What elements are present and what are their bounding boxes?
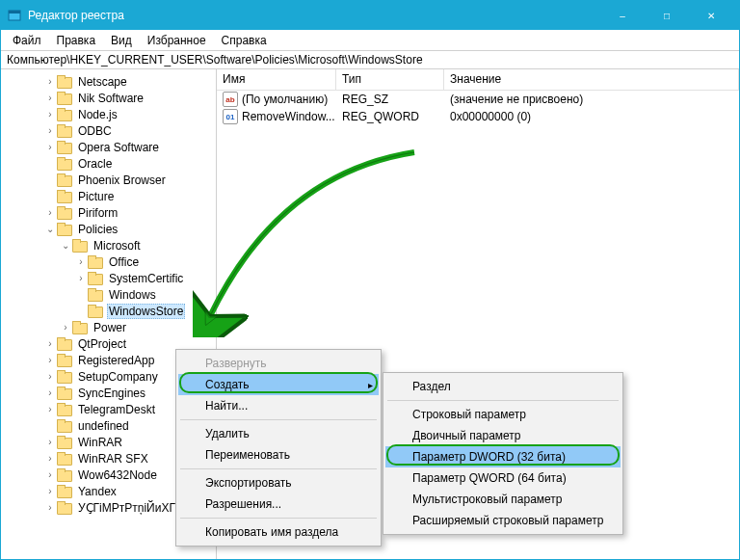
chevron-right-icon[interactable]: › xyxy=(43,387,57,398)
tree-item[interactable]: ›Nik Software xyxy=(5,90,216,106)
chevron-right-icon[interactable]: › xyxy=(43,404,57,414)
tree-item[interactable]: ⌄Microsoft xyxy=(5,237,216,253)
chevron-right-icon[interactable]: › xyxy=(74,256,88,267)
tree-item-label: WinRAR xyxy=(76,436,124,449)
tree-item-label: QtProject xyxy=(76,337,128,351)
tree-item[interactable]: ›Picture xyxy=(5,188,216,204)
chevron-right-icon[interactable]: › xyxy=(43,469,57,480)
chevron-right-icon[interactable]: › xyxy=(74,273,88,283)
maximize-button[interactable]: □ xyxy=(645,1,689,30)
tree-item-label: Oracle xyxy=(76,157,114,171)
titlebar[interactable]: Редактор реестра – □ ✕ xyxy=(1,1,739,30)
minimize-button[interactable]: – xyxy=(600,1,645,30)
tree-item-label: Netscape xyxy=(76,75,129,89)
folder-icon xyxy=(57,337,72,351)
context-menu-item[interactable]: Копировать имя раздела xyxy=(178,521,379,543)
tree-item[interactable]: ⌄Policies xyxy=(5,221,216,237)
context-menu-item[interactable]: Разрешения... xyxy=(178,493,379,515)
chevron-right-icon[interactable]: › xyxy=(43,453,57,464)
tree-item-label: SystemCertific xyxy=(107,272,185,285)
chevron-right-icon[interactable]: › xyxy=(43,355,57,365)
menu-edit[interactable]: Правка xyxy=(49,32,104,49)
tree-item-label: SetupCompany xyxy=(76,370,160,384)
tree-item[interactable]: ›WindowsStore xyxy=(5,303,216,319)
menu-separator xyxy=(180,419,377,420)
folder-icon xyxy=(57,223,72,236)
chevron-right-icon[interactable]: › xyxy=(43,338,57,349)
menubar: Файл Правка Вид Избранное Справка xyxy=(1,30,739,50)
create-submenu-item[interactable]: Строковый параметр xyxy=(385,404,621,425)
folder-icon xyxy=(57,419,72,433)
menu-fav[interactable]: Избранное xyxy=(140,32,214,49)
folder-icon xyxy=(57,124,72,138)
menu-help[interactable]: Справка xyxy=(214,32,275,49)
tree-item-label: Power xyxy=(92,321,128,334)
folder-icon xyxy=(57,108,72,121)
chevron-right-icon[interactable]: › xyxy=(43,502,57,513)
chevron-right-icon[interactable]: › xyxy=(43,76,57,87)
menu-file[interactable]: Файл xyxy=(5,32,49,49)
chevron-right-icon[interactable]: › xyxy=(43,371,57,382)
binary-value-icon: 01 xyxy=(223,109,238,124)
context-menu-item[interactable]: Экспортировать xyxy=(178,472,379,493)
create-submenu-item[interactable]: Мультистроковый параметр xyxy=(385,489,621,510)
tree-item-label: WindowsStore xyxy=(107,304,185,319)
menu-view[interactable]: Вид xyxy=(103,32,140,49)
tree-item-label: TelegramDeskt xyxy=(76,403,157,416)
tree-item[interactable]: ›SystemCertific xyxy=(5,270,216,286)
tree-item[interactable]: ›Windows xyxy=(5,286,216,303)
address-text: Компьютер\HKEY_CURRENT_USER\Software\Pol… xyxy=(7,53,423,67)
string-value-icon: ab xyxy=(223,92,238,107)
context-menu-item[interactable]: Найти... xyxy=(178,395,379,416)
tree-item-label: Wow6432Node xyxy=(76,468,159,482)
tree-item-label: SyncEngines xyxy=(76,387,147,400)
create-submenu-item[interactable]: Раздел xyxy=(385,376,621,397)
list-header[interactable]: Имя Тип Значение xyxy=(217,69,739,91)
chevron-right-icon[interactable]: › xyxy=(43,93,57,103)
chevron-right-icon[interactable]: › xyxy=(43,109,57,120)
folder-icon xyxy=(57,387,72,400)
address-bar[interactable]: Компьютер\HKEY_CURRENT_USER\Software\Pol… xyxy=(1,50,739,69)
chevron-right-icon[interactable]: › xyxy=(43,437,57,447)
chevron-down-icon[interactable]: ⌄ xyxy=(59,240,72,251)
list-row[interactable]: ab(По умолчанию)REG_SZ(значение не присв… xyxy=(217,91,739,108)
chevron-down-icon[interactable]: ⌄ xyxy=(43,224,57,234)
chevron-right-icon[interactable]: › xyxy=(43,207,57,218)
tree-item[interactable]: ›Oracle xyxy=(5,155,216,172)
tree-item[interactable]: ›Opera Software xyxy=(5,139,216,155)
col-value[interactable]: Значение xyxy=(444,69,739,90)
tree-item[interactable]: ›Piriform xyxy=(5,204,216,221)
chevron-right-icon[interactable]: › xyxy=(43,142,57,152)
create-submenu-item[interactable]: Двоичный параметр xyxy=(385,425,621,446)
value-type: REG_SZ xyxy=(336,93,444,106)
create-submenu-item[interactable]: Параметр DWORD (32 бита) xyxy=(385,446,621,467)
context-menu[interactable]: РазвернутьСоздатьНайти...УдалитьПереимен… xyxy=(175,349,382,547)
col-type[interactable]: Тип xyxy=(336,69,444,90)
context-menu-item[interactable]: Создать xyxy=(178,374,379,395)
tree-item[interactable]: ›ODBC xyxy=(5,122,216,139)
col-name[interactable]: Имя xyxy=(217,69,336,90)
folder-icon xyxy=(57,403,72,416)
context-menu-item[interactable]: Удалить xyxy=(178,423,379,444)
folder-icon xyxy=(57,141,72,154)
create-submenu-item[interactable]: Расширяемый строковый параметр xyxy=(385,510,621,531)
tree-item[interactable]: ›Node.js xyxy=(5,106,216,122)
tree-item-label: Policies xyxy=(76,223,119,236)
create-submenu-item[interactable]: Параметр QWORD (64 бита) xyxy=(385,467,621,489)
value-type: REG_QWORD xyxy=(336,110,444,123)
list-row[interactable]: 01RemoveWindow...REG_QWORD0x00000000 (0) xyxy=(217,108,739,125)
tree-item[interactable]: ›Power xyxy=(5,319,216,335)
chevron-right-icon[interactable]: › xyxy=(43,125,57,136)
tree-item-label: Office xyxy=(107,255,141,269)
context-menu-item[interactable]: Переименовать xyxy=(178,444,379,466)
tree-item[interactable]: ›Phoenix Browser xyxy=(5,172,216,188)
tree-item[interactable]: ›Office xyxy=(5,253,216,270)
context-submenu-create[interactable]: РазделСтроковый параметрДвоичный парамет… xyxy=(383,372,623,535)
folder-icon xyxy=(88,288,103,302)
chevron-right-icon[interactable]: › xyxy=(43,486,57,496)
chevron-right-icon[interactable]: › xyxy=(59,322,72,333)
tree-item-label: Yandex xyxy=(76,485,119,498)
close-button[interactable]: ✕ xyxy=(689,1,733,30)
value-data: 0x00000000 (0) xyxy=(444,110,739,123)
tree-item[interactable]: ›Netscape xyxy=(5,73,216,90)
